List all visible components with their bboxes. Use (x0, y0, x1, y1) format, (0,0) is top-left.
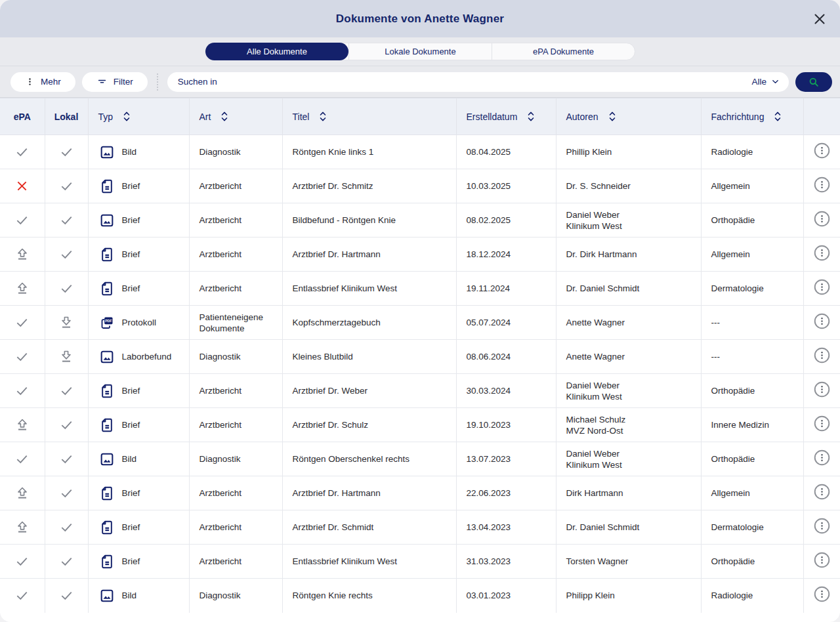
typ-label: Brief (122, 385, 140, 396)
typ-label: Protokoll (122, 317, 157, 328)
table-row[interactable]: BriefArztberichtEntlassbrief Klinikum We… (0, 272, 840, 306)
fachrichtung-cell: Radiologie (701, 135, 803, 169)
search-input[interactable] (178, 77, 747, 87)
search-scope-dropdown[interactable]: Alle (751, 77, 780, 87)
table-row[interactable]: BriefArztberichtBildbefund - Röntgen Kni… (0, 203, 840, 238)
typ-label: Bild (122, 590, 137, 601)
sort-button-art[interactable] (220, 110, 229, 123)
table-row[interactable]: BriefArztberichtArztbrief Dr. Weber30.03… (0, 374, 840, 408)
close-icon (811, 10, 828, 28)
sort-button-typ[interactable] (122, 110, 131, 123)
row-menu-button[interactable] (813, 517, 831, 535)
row-menu-button[interactable] (813, 415, 831, 432)
chevron-down-icon (771, 77, 780, 86)
typ-label: Brief (122, 180, 140, 192)
row-menu-button[interactable] (813, 176, 831, 194)
table-row[interactable]: PDFProtokollPatienteneigene DokumenteKop… (0, 306, 840, 340)
documents-dialog: Dokumente von Anette Wagner Alle Dokumen… (0, 0, 840, 622)
row-menu-cell (803, 238, 840, 272)
check-icon (59, 451, 74, 466)
titel-cell: Arztbrief Dr. Schulz (282, 408, 456, 442)
row-menu-button[interactable] (813, 483, 831, 501)
row-menu-cell (803, 135, 840, 169)
lokal-status-cell (45, 272, 88, 306)
table-row[interactable]: BildDiagnostikRöntgen Oberschenkel recht… (0, 442, 840, 476)
search-button[interactable] (795, 72, 832, 92)
typ-cell: Bild (88, 135, 189, 169)
tab-lokale-dokumente[interactable]: Lokale Dokumente (348, 43, 492, 60)
autor-line: Daniel Weber (566, 210, 620, 220)
table-row[interactable]: BriefArztberichtArztbrief Dr. Hartmann18… (0, 238, 840, 272)
fachrichtung-cell: --- (701, 340, 803, 374)
row-menu-button[interactable] (813, 210, 831, 228)
column-label: Art (200, 112, 211, 122)
typ-cell: Brief (88, 169, 189, 203)
search-scope-value: Alle (751, 77, 766, 87)
more-button[interactable]: Mehr (10, 72, 75, 92)
sort-button-erstelldatum[interactable] (526, 110, 536, 123)
table-row[interactable]: BriefArztberichtArztbrief Dr. Schmidt13.… (0, 510, 840, 545)
autor-line: Torsten Wagner (566, 556, 629, 566)
erstelldatum-cell: 19.10.2023 (456, 408, 556, 442)
epa-status-cell (0, 169, 45, 203)
table-row[interactable]: BildDiagnostikRöntgen Knie rechts03.01.2… (0, 579, 840, 613)
table-row[interactable]: LaborbefundDiagnostikKleines Blutbild08.… (0, 340, 840, 374)
lokal-status-cell (45, 203, 88, 238)
epa-status-cell (0, 545, 45, 579)
titel-cell: Arztbrief Dr. Schmitz (282, 169, 456, 203)
row-menu-icon (813, 312, 831, 330)
table-row[interactable]: BriefArztberichtEntlassbrief Klinikum We… (0, 545, 840, 579)
epa-status-cell (0, 340, 45, 374)
autor-line: Dirk Hartmann (566, 488, 623, 498)
art-cell: Arztbericht (189, 203, 282, 238)
erstelldatum-cell: 30.03.2024 (456, 374, 556, 408)
error-cross-icon (15, 179, 29, 193)
autor-line: Daniel Weber (566, 381, 620, 390)
table-row[interactable]: BriefArztberichtArztbrief Dr. Hartmann22… (0, 476, 840, 510)
row-menu-button[interactable] (813, 312, 831, 330)
row-menu-button[interactable] (813, 551, 831, 569)
typ-cell: Bild (88, 442, 189, 476)
sort-button-fachrichtung[interactable] (773, 110, 782, 123)
row-menu-icon (813, 244, 831, 262)
art-cell: Diagnostik (189, 579, 282, 613)
typ-cell: Bild (88, 579, 189, 613)
erstelldatum-cell: 08.06.2024 (456, 340, 556, 374)
epa-status-cell (0, 442, 45, 476)
row-menu-button[interactable] (813, 346, 831, 364)
table-row[interactable]: BildDiagnostikRöntgen Knie links 108.04.… (0, 135, 840, 169)
sort-button-titel[interactable] (318, 110, 327, 123)
erstelldatum-cell: 19.11.2024 (456, 272, 556, 306)
tab-alle-dokumente[interactable]: Alle Dokumente (205, 43, 348, 60)
titel-cell: Arztbrief Dr. Hartmann (282, 238, 456, 272)
title-bar: Dokumente von Anette Wagner (0, 0, 840, 37)
check-icon (59, 178, 74, 194)
sort-button-autoren[interactable] (608, 110, 617, 123)
dialog-title: Dokumente von Anette Wagner (336, 12, 504, 26)
sort-icon (526, 110, 536, 123)
autoren-cell: Daniel WeberKlinikum West (556, 442, 701, 476)
row-menu-icon (813, 381, 831, 398)
titel-cell: Arztbrief Dr. Hartmann (282, 476, 456, 510)
row-menu-button[interactable] (813, 244, 831, 262)
titel-cell: Arztbrief Dr. Schmidt (282, 510, 456, 545)
row-menu-button[interactable] (813, 381, 831, 398)
row-menu-button[interactable] (813, 449, 831, 466)
row-menu-button[interactable] (813, 585, 831, 603)
tab-epa-dokumente[interactable]: ePA Dokumente (492, 43, 635, 60)
epa-status-cell (0, 408, 45, 442)
check-icon (14, 588, 30, 603)
row-menu-button[interactable] (813, 142, 831, 159)
toolbar: Mehr Filter Alle (0, 66, 840, 98)
table-row[interactable]: BriefArztberichtArztbrief Dr. Schmitz10.… (0, 169, 840, 203)
filter-button[interactable]: Filter (82, 72, 148, 92)
upload-pending-icon (14, 281, 30, 297)
table-row[interactable]: BriefArztberichtArztbrief Dr. Schulz19.1… (0, 408, 840, 442)
art-cell: Diagnostik (189, 340, 282, 374)
close-button[interactable] (810, 9, 830, 29)
row-menu-cell (803, 374, 840, 408)
documents-table: ePALokalTypArtTitelErstelldatumAutorenFa… (0, 98, 840, 613)
row-menu-button[interactable] (813, 278, 831, 296)
row-menu-icon (813, 551, 831, 569)
typ-cell: PDFProtokoll (88, 306, 189, 340)
